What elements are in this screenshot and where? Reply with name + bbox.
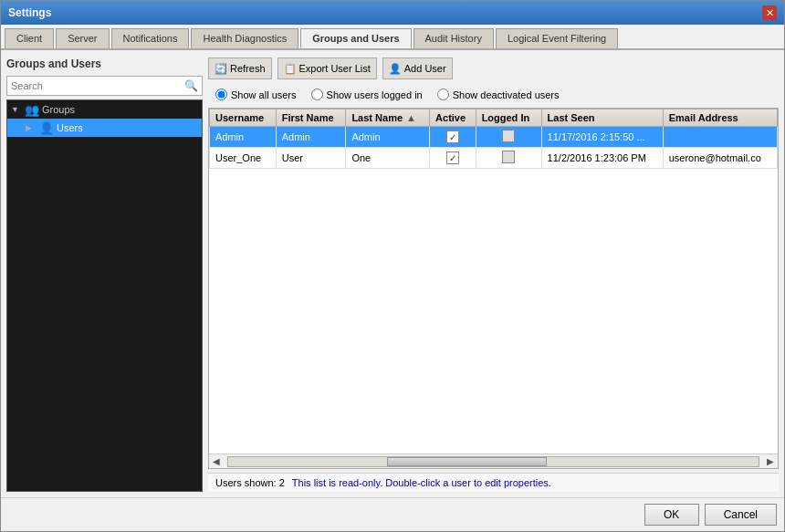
- title-bar: Settings ✕: [1, 1, 784, 25]
- left-panel: Groups and Users 🔍 ▼ 👥 Groups ▶ 👤 Users: [6, 56, 203, 492]
- export-button[interactable]: 📋 Export User List: [277, 57, 377, 79]
- col-username[interactable]: Username: [210, 110, 277, 127]
- table-row[interactable]: User_OneUserOne11/2/2016 1:23:06 PMusero…: [210, 148, 778, 169]
- col-active[interactable]: Active: [430, 110, 476, 127]
- col-lastname[interactable]: Last Name▲: [346, 110, 430, 127]
- scrollbar-track[interactable]: [227, 456, 759, 467]
- settings-window: Settings ✕ Client Server Notifications H…: [0, 0, 785, 532]
- tab-groups-users[interactable]: Groups and Users: [300, 28, 411, 48]
- radio-show-deactivated[interactable]: Show deactivated users: [437, 89, 560, 100]
- groups-icon: 👥: [25, 103, 39, 116]
- main-content: Groups and Users 🔍 ▼ 👥 Groups ▶ 👤 Users: [1, 50, 784, 497]
- table-row[interactable]: AdminAdminAdmin11/17/2016 2:15:50 ...: [210, 127, 778, 148]
- scroll-left-btn[interactable]: ◀: [209, 456, 224, 466]
- col-lastseen[interactable]: Last Seen: [541, 110, 663, 127]
- radio-show-logged-in[interactable]: Show users logged in: [311, 89, 423, 100]
- user-table-container: Username First Name Last Name▲ Active Lo…: [208, 108, 779, 469]
- window-title: Settings: [8, 6, 51, 19]
- col-firstname[interactable]: First Name: [276, 110, 346, 127]
- tab-notifications[interactable]: Notifications: [111, 28, 190, 48]
- scrollbar-thumb[interactable]: [387, 457, 546, 466]
- export-icon: 📋: [284, 63, 297, 75]
- col-loggedin[interactable]: Logged In: [476, 110, 541, 127]
- search-icon: 🔍: [181, 78, 202, 94]
- add-user-icon: 👤: [389, 63, 402, 75]
- right-panel: 🔄 Refresh 📋 Export User List 👤 Add User …: [208, 56, 779, 492]
- refresh-button[interactable]: 🔄 Refresh: [208, 57, 272, 79]
- users-shown-label: Users shown: 2: [215, 477, 285, 488]
- tree-label-groups: Groups: [42, 104, 75, 115]
- expander-icon-users: ▶: [26, 123, 37, 132]
- tree-item-groups[interactable]: ▼ 👥 Groups: [7, 100, 202, 119]
- readonly-message: This list is read-only. Double-click a u…: [292, 477, 551, 488]
- radio-show-all[interactable]: Show all users: [215, 89, 297, 100]
- sort-arrow-icon: ▲: [406, 112, 416, 123]
- tree-item-users[interactable]: ▶ 👤 Users: [7, 119, 202, 137]
- expander-icon: ▼: [11, 105, 22, 114]
- status-bar: Users shown: 2 This list is read-only. D…: [208, 473, 779, 492]
- refresh-icon: 🔄: [215, 63, 227, 75]
- user-table: Username First Name Last Name▲ Active Lo…: [209, 109, 778, 169]
- table-header-row: Username First Name Last Name▲ Active Lo…: [210, 110, 778, 127]
- tree-panel: ▼ 👥 Groups ▶ 👤 Users: [6, 99, 203, 492]
- scroll-right-btn[interactable]: ▶: [763, 456, 778, 466]
- add-user-label: Add User: [404, 63, 446, 74]
- toolbar: 🔄 Refresh 📋 Export User List 👤 Add User: [208, 56, 779, 81]
- tab-audit-history[interactable]: Audit History: [413, 28, 494, 48]
- table-scroll[interactable]: Username First Name Last Name▲ Active Lo…: [209, 109, 778, 454]
- panel-title: Groups and Users: [6, 56, 203, 72]
- horizontal-scrollbar[interactable]: ◀ ▶: [209, 454, 778, 468]
- tab-server[interactable]: Server: [56, 28, 109, 48]
- tab-bar: Client Server Notifications Health Diagn…: [1, 25, 784, 50]
- add-user-button[interactable]: 👤 Add User: [382, 57, 453, 79]
- dialog-footer: OK Cancel: [1, 497, 784, 531]
- search-box: 🔍: [6, 76, 203, 96]
- cancel-button[interactable]: Cancel: [705, 504, 777, 526]
- close-button[interactable]: ✕: [762, 5, 777, 20]
- users-icon: 👤: [39, 121, 54, 134]
- ok-button[interactable]: OK: [644, 504, 699, 526]
- tab-health-diagnostics[interactable]: Health Diagnostics: [191, 28, 298, 48]
- export-label: Export User List: [299, 63, 371, 74]
- col-email[interactable]: Email Address: [663, 110, 777, 127]
- tab-logical-event[interactable]: Logical Event Filtering: [496, 28, 618, 48]
- refresh-label: Refresh: [230, 63, 266, 74]
- search-input[interactable]: [7, 78, 181, 93]
- radio-group: Show all users Show users logged in Show…: [208, 85, 779, 104]
- tree-label-users: Users: [57, 122, 83, 133]
- tab-client[interactable]: Client: [5, 28, 54, 48]
